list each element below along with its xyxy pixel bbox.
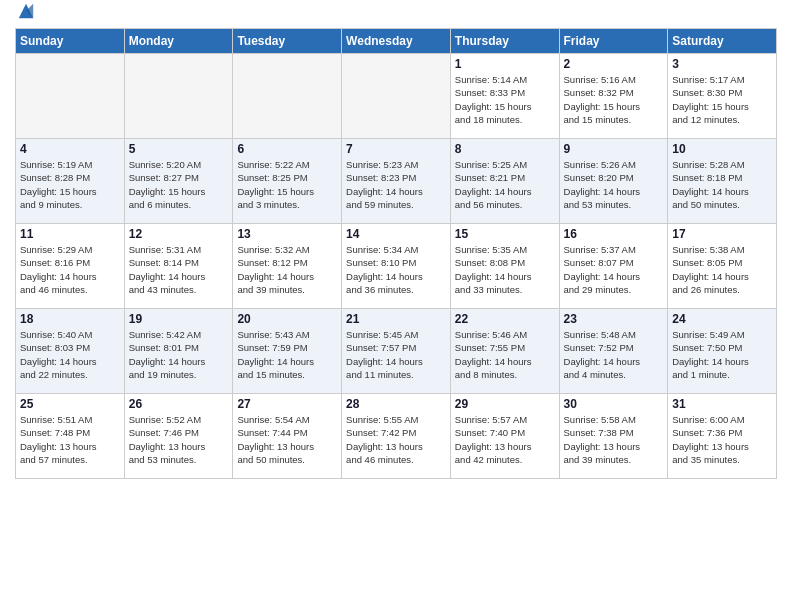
logo-text bbox=[15, 10, 35, 20]
calendar-cell: 27Sunrise: 5:54 AM Sunset: 7:44 PM Dayli… bbox=[233, 394, 342, 479]
day-info: Sunrise: 5:22 AM Sunset: 8:25 PM Dayligh… bbox=[237, 158, 337, 211]
calendar-cell: 10Sunrise: 5:28 AM Sunset: 8:18 PM Dayli… bbox=[668, 139, 777, 224]
calendar-cell: 4Sunrise: 5:19 AM Sunset: 8:28 PM Daylig… bbox=[16, 139, 125, 224]
day-number: 18 bbox=[20, 312, 120, 326]
calendar-cell: 21Sunrise: 5:45 AM Sunset: 7:57 PM Dayli… bbox=[342, 309, 451, 394]
day-number: 3 bbox=[672, 57, 772, 71]
col-header-saturday: Saturday bbox=[668, 29, 777, 54]
calendar-cell: 15Sunrise: 5:35 AM Sunset: 8:08 PM Dayli… bbox=[450, 224, 559, 309]
calendar-cell: 17Sunrise: 5:38 AM Sunset: 8:05 PM Dayli… bbox=[668, 224, 777, 309]
day-number: 19 bbox=[129, 312, 229, 326]
day-info: Sunrise: 5:43 AM Sunset: 7:59 PM Dayligh… bbox=[237, 328, 337, 381]
day-info: Sunrise: 5:28 AM Sunset: 8:18 PM Dayligh… bbox=[672, 158, 772, 211]
day-info: Sunrise: 5:48 AM Sunset: 7:52 PM Dayligh… bbox=[564, 328, 664, 381]
calendar-cell: 18Sunrise: 5:40 AM Sunset: 8:03 PM Dayli… bbox=[16, 309, 125, 394]
calendar-cell: 1Sunrise: 5:14 AM Sunset: 8:33 PM Daylig… bbox=[450, 54, 559, 139]
page: SundayMondayTuesdayWednesdayThursdayFrid… bbox=[0, 0, 792, 489]
col-header-thursday: Thursday bbox=[450, 29, 559, 54]
calendar-cell: 22Sunrise: 5:46 AM Sunset: 7:55 PM Dayli… bbox=[450, 309, 559, 394]
day-info: Sunrise: 5:20 AM Sunset: 8:27 PM Dayligh… bbox=[129, 158, 229, 211]
calendar-cell: 14Sunrise: 5:34 AM Sunset: 8:10 PM Dayli… bbox=[342, 224, 451, 309]
calendar-cell bbox=[233, 54, 342, 139]
calendar-cell: 3Sunrise: 5:17 AM Sunset: 8:30 PM Daylig… bbox=[668, 54, 777, 139]
day-number: 17 bbox=[672, 227, 772, 241]
calendar-cell: 11Sunrise: 5:29 AM Sunset: 8:16 PM Dayli… bbox=[16, 224, 125, 309]
day-number: 4 bbox=[20, 142, 120, 156]
day-number: 5 bbox=[129, 142, 229, 156]
col-header-friday: Friday bbox=[559, 29, 668, 54]
day-info: Sunrise: 5:26 AM Sunset: 8:20 PM Dayligh… bbox=[564, 158, 664, 211]
day-info: Sunrise: 5:58 AM Sunset: 7:38 PM Dayligh… bbox=[564, 413, 664, 466]
calendar-cell: 12Sunrise: 5:31 AM Sunset: 8:14 PM Dayli… bbox=[124, 224, 233, 309]
day-number: 22 bbox=[455, 312, 555, 326]
day-info: Sunrise: 6:00 AM Sunset: 7:36 PM Dayligh… bbox=[672, 413, 772, 466]
day-info: Sunrise: 5:25 AM Sunset: 8:21 PM Dayligh… bbox=[455, 158, 555, 211]
day-number: 25 bbox=[20, 397, 120, 411]
calendar-cell: 23Sunrise: 5:48 AM Sunset: 7:52 PM Dayli… bbox=[559, 309, 668, 394]
day-number: 15 bbox=[455, 227, 555, 241]
calendar-week-2: 4Sunrise: 5:19 AM Sunset: 8:28 PM Daylig… bbox=[16, 139, 777, 224]
day-info: Sunrise: 5:52 AM Sunset: 7:46 PM Dayligh… bbox=[129, 413, 229, 466]
calendar-cell: 24Sunrise: 5:49 AM Sunset: 7:50 PM Dayli… bbox=[668, 309, 777, 394]
logo-icon bbox=[17, 2, 35, 20]
day-info: Sunrise: 5:40 AM Sunset: 8:03 PM Dayligh… bbox=[20, 328, 120, 381]
calendar-week-4: 18Sunrise: 5:40 AM Sunset: 8:03 PM Dayli… bbox=[16, 309, 777, 394]
calendar-cell: 2Sunrise: 5:16 AM Sunset: 8:32 PM Daylig… bbox=[559, 54, 668, 139]
col-header-wednesday: Wednesday bbox=[342, 29, 451, 54]
calendar-cell: 9Sunrise: 5:26 AM Sunset: 8:20 PM Daylig… bbox=[559, 139, 668, 224]
day-number: 7 bbox=[346, 142, 446, 156]
day-info: Sunrise: 5:54 AM Sunset: 7:44 PM Dayligh… bbox=[237, 413, 337, 466]
day-number: 1 bbox=[455, 57, 555, 71]
day-number: 13 bbox=[237, 227, 337, 241]
col-header-sunday: Sunday bbox=[16, 29, 125, 54]
day-info: Sunrise: 5:51 AM Sunset: 7:48 PM Dayligh… bbox=[20, 413, 120, 466]
day-number: 30 bbox=[564, 397, 664, 411]
day-info: Sunrise: 5:31 AM Sunset: 8:14 PM Dayligh… bbox=[129, 243, 229, 296]
day-info: Sunrise: 5:23 AM Sunset: 8:23 PM Dayligh… bbox=[346, 158, 446, 211]
calendar-cell: 26Sunrise: 5:52 AM Sunset: 7:46 PM Dayli… bbox=[124, 394, 233, 479]
day-number: 10 bbox=[672, 142, 772, 156]
day-info: Sunrise: 5:35 AM Sunset: 8:08 PM Dayligh… bbox=[455, 243, 555, 296]
calendar-cell: 28Sunrise: 5:55 AM Sunset: 7:42 PM Dayli… bbox=[342, 394, 451, 479]
day-number: 28 bbox=[346, 397, 446, 411]
calendar-cell: 29Sunrise: 5:57 AM Sunset: 7:40 PM Dayli… bbox=[450, 394, 559, 479]
day-info: Sunrise: 5:42 AM Sunset: 8:01 PM Dayligh… bbox=[129, 328, 229, 381]
calendar-cell bbox=[16, 54, 125, 139]
day-number: 21 bbox=[346, 312, 446, 326]
day-number: 26 bbox=[129, 397, 229, 411]
day-number: 6 bbox=[237, 142, 337, 156]
day-number: 31 bbox=[672, 397, 772, 411]
calendar-cell: 16Sunrise: 5:37 AM Sunset: 8:07 PM Dayli… bbox=[559, 224, 668, 309]
day-number: 16 bbox=[564, 227, 664, 241]
day-number: 23 bbox=[564, 312, 664, 326]
calendar-week-5: 25Sunrise: 5:51 AM Sunset: 7:48 PM Dayli… bbox=[16, 394, 777, 479]
calendar: SundayMondayTuesdayWednesdayThursdayFrid… bbox=[15, 28, 777, 479]
calendar-cell: 6Sunrise: 5:22 AM Sunset: 8:25 PM Daylig… bbox=[233, 139, 342, 224]
day-number: 11 bbox=[20, 227, 120, 241]
col-header-monday: Monday bbox=[124, 29, 233, 54]
day-number: 8 bbox=[455, 142, 555, 156]
header bbox=[15, 10, 777, 20]
logo bbox=[15, 10, 35, 20]
calendar-cell: 19Sunrise: 5:42 AM Sunset: 8:01 PM Dayli… bbox=[124, 309, 233, 394]
day-info: Sunrise: 5:17 AM Sunset: 8:30 PM Dayligh… bbox=[672, 73, 772, 126]
day-info: Sunrise: 5:14 AM Sunset: 8:33 PM Dayligh… bbox=[455, 73, 555, 126]
day-number: 2 bbox=[564, 57, 664, 71]
calendar-cell bbox=[124, 54, 233, 139]
day-info: Sunrise: 5:29 AM Sunset: 8:16 PM Dayligh… bbox=[20, 243, 120, 296]
calendar-cell: 20Sunrise: 5:43 AM Sunset: 7:59 PM Dayli… bbox=[233, 309, 342, 394]
day-number: 27 bbox=[237, 397, 337, 411]
calendar-cell: 5Sunrise: 5:20 AM Sunset: 8:27 PM Daylig… bbox=[124, 139, 233, 224]
calendar-cell: 7Sunrise: 5:23 AM Sunset: 8:23 PM Daylig… bbox=[342, 139, 451, 224]
day-info: Sunrise: 5:38 AM Sunset: 8:05 PM Dayligh… bbox=[672, 243, 772, 296]
calendar-cell: 30Sunrise: 5:58 AM Sunset: 7:38 PM Dayli… bbox=[559, 394, 668, 479]
day-number: 20 bbox=[237, 312, 337, 326]
day-info: Sunrise: 5:49 AM Sunset: 7:50 PM Dayligh… bbox=[672, 328, 772, 381]
day-info: Sunrise: 5:57 AM Sunset: 7:40 PM Dayligh… bbox=[455, 413, 555, 466]
calendar-cell: 31Sunrise: 6:00 AM Sunset: 7:36 PM Dayli… bbox=[668, 394, 777, 479]
day-info: Sunrise: 5:16 AM Sunset: 8:32 PM Dayligh… bbox=[564, 73, 664, 126]
day-info: Sunrise: 5:37 AM Sunset: 8:07 PM Dayligh… bbox=[564, 243, 664, 296]
day-number: 12 bbox=[129, 227, 229, 241]
calendar-week-3: 11Sunrise: 5:29 AM Sunset: 8:16 PM Dayli… bbox=[16, 224, 777, 309]
calendar-cell bbox=[342, 54, 451, 139]
